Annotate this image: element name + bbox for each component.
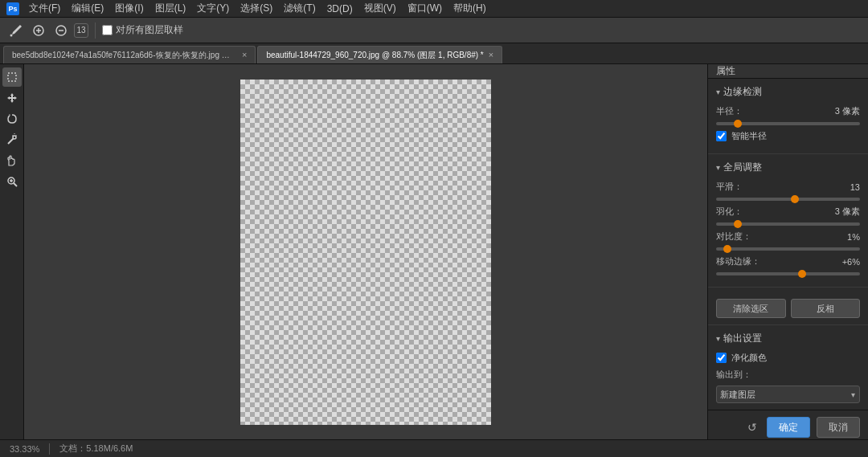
smooth-slider[interactable]	[716, 198, 860, 201]
hand-tool[interactable]	[2, 151, 22, 170]
svg-point-0	[10, 34, 13, 36]
selection-tool[interactable]	[2, 67, 22, 87]
contrast-value: 1%	[847, 232, 860, 242]
edge-detect-header[interactable]: ▾ 边缘检测	[716, 85, 860, 99]
contrast-row: 对比度： 1%	[716, 231, 860, 243]
main-area: ✦ 属性 ▾ 边缘检测 半径： 3 像素	[0, 64, 868, 439]
global-adjust-section: ▾ 全局调整 平滑： 13 羽化： 3 像素 对比度： 1%	[708, 154, 868, 288]
left-tool-panel	[0, 64, 24, 439]
global-adjust-arrow: ▾	[716, 163, 720, 172]
action-btns-section: 清除选区 反相	[708, 288, 868, 325]
subtract-btn[interactable]	[51, 21, 71, 40]
footer-btns: ↺ 确定 取消	[708, 410, 868, 439]
menu-layer[interactable]: 图层(L)	[150, 0, 191, 17]
output-to-label: 输出到：	[716, 369, 751, 381]
magic-wand-tool[interactable]	[2, 130, 22, 149]
tabbar: bee5dbd8e1024e74a1a50fe76112a6d6-恢复的-恢复的…	[0, 43, 868, 64]
edge-detect-section: ▾ 边缘检测 半径： 3 像素 智能半径	[708, 79, 868, 154]
svg-point-7	[13, 136, 16, 139]
photo-frame: ✦	[240, 80, 491, 425]
smart-radius-row: 智能半径	[716, 130, 860, 142]
tab-1-label: beautiful-1844729_960_720.jpg @ 88.7% (图…	[266, 50, 483, 61]
brush-size-badge: 13	[74, 23, 88, 38]
svg-line-6	[8, 138, 14, 144]
purify-color-row: 净化颜色	[716, 352, 860, 364]
purify-color-checkbox[interactable]	[716, 353, 727, 363]
add-btn[interactable]	[29, 21, 48, 40]
contrast-slider[interactable]	[716, 247, 860, 251]
ps-logo: Ps	[6, 2, 19, 15]
feather-row: 羽化： 3 像素	[716, 206, 860, 218]
menu-text[interactable]: 文字(Y)	[192, 0, 234, 17]
move-tool[interactable]	[2, 88, 22, 108]
output-select-wrapper: 新建图层 选区 图层蒙版 新建文档	[716, 386, 860, 403]
menu-filter[interactable]: 滤镜(T)	[279, 0, 320, 17]
action-btn-row: 清除选区 反相	[716, 299, 860, 318]
tab-0[interactable]: bee5dbd8e1024e74a1a50fe76112a6d6-恢复的-恢复的…	[3, 46, 256, 63]
global-adjust-header[interactable]: ▾ 全局调整	[716, 161, 860, 174]
move-edge-row: 移动边缘： +6%	[716, 255, 860, 267]
smooth-label: 平滑：	[716, 181, 743, 193]
all-layers-checkbox[interactable]	[102, 25, 113, 35]
invert-btn[interactable]: 反相	[791, 299, 861, 318]
purify-color-label: 净化颜色	[731, 352, 767, 364]
output-to-row: 输出到：	[716, 369, 860, 381]
zoom-tool[interactable]	[2, 172, 22, 191]
menu-image[interactable]: 图像(I)	[110, 0, 148, 17]
right-panel: 属性 ▾ 边缘检测 半径： 3 像素 智能半径 ▾ 全局调整	[707, 64, 868, 439]
menu-3d[interactable]: 3D(D)	[322, 2, 358, 16]
edge-detect-arrow: ▾	[716, 88, 720, 96]
clear-selection-btn[interactable]: 清除选区	[716, 299, 786, 318]
canvas-area[interactable]: ✦	[24, 64, 707, 439]
smart-radius-label: 智能半径	[731, 130, 767, 142]
smooth-row: 平滑： 13	[716, 181, 860, 193]
radius-label: 半径：	[716, 105, 743, 117]
menubar: Ps 文件(F) 编辑(E) 图像(I) 图层(L) 文字(Y) 选择(S) 滤…	[0, 0, 868, 18]
output-section: ▾ 输出设置 净化颜色 输出到： 新建图层 选区 图层蒙版 新建文档	[708, 325, 868, 410]
smooth-value: 13	[850, 182, 860, 192]
output-header[interactable]: ▾ 输出设置	[716, 332, 860, 345]
output-select[interactable]: 新建图层 选区 图层蒙版 新建文档	[716, 386, 860, 403]
feather-label: 羽化：	[716, 206, 743, 218]
output-arrow: ▾	[716, 334, 720, 343]
move-edge-value: +6%	[842, 257, 860, 267]
zoom-level: 33.33%	[6, 444, 43, 454]
move-edge-slider[interactable]	[716, 272, 860, 275]
tab-1[interactable]: beautiful-1844729_960_720.jpg @ 88.7% (图…	[257, 46, 502, 63]
smart-radius-checkbox[interactable]	[716, 131, 727, 141]
contrast-label: 对比度：	[716, 231, 751, 243]
toolbar: 13 对所有图层取样	[0, 18, 868, 43]
statusbar: 33.33% 文档：5.18M/6.6M	[0, 439, 868, 457]
canvas-container: ✦	[240, 80, 491, 425]
all-layers-checkbox-label[interactable]: 对所有图层取样	[102, 23, 183, 37]
cancel-btn[interactable]: 取消	[817, 417, 860, 438]
confirm-btn[interactable]: 确定	[767, 417, 810, 438]
radius-slider[interactable]	[716, 122, 860, 125]
menu-select[interactable]: 选择(S)	[235, 0, 277, 17]
feather-slider[interactable]	[716, 222, 860, 226]
lasso-tool[interactable]	[2, 109, 22, 129]
transparency-bg	[240, 80, 491, 425]
move-edge-label: 移动边缘：	[716, 255, 760, 267]
menu-file[interactable]: 文件(F)	[24, 0, 65, 17]
brush-tool-btn[interactable]	[6, 21, 26, 40]
menu-edit[interactable]: 编辑(E)	[67, 0, 108, 17]
feather-value: 3 像素	[835, 206, 860, 218]
tab-1-close[interactable]: ×	[489, 51, 493, 59]
svg-line-12	[14, 183, 17, 186]
menu-help[interactable]: 帮助(H)	[448, 0, 491, 17]
refresh-btn[interactable]: ↺	[744, 419, 760, 435]
tab-0-label: bee5dbd8e1024e74a1a50fe76112a6d6-恢复的-恢复的…	[12, 50, 237, 61]
right-panel-title: 属性	[708, 64, 868, 79]
menu-view[interactable]: 视图(V)	[359, 0, 401, 17]
radius-value: 3 像素	[835, 105, 860, 117]
radius-row: 半径： 3 像素	[716, 105, 860, 117]
menu-window[interactable]: 窗口(W)	[403, 0, 447, 17]
tab-0-close[interactable]: ×	[242, 51, 247, 59]
file-info: 文档：5.18M/6.6M	[56, 443, 136, 455]
